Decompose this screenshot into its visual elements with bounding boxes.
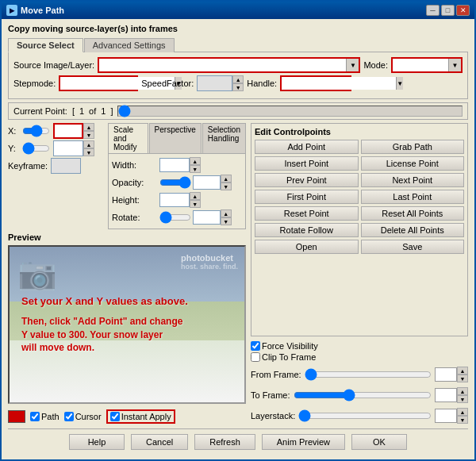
y-up[interactable]: ▲: [83, 140, 94, 148]
cursor-checkbox[interactable]: [64, 412, 74, 421]
first-point-button[interactable]: First Point: [255, 190, 359, 204]
layerstack-spinner[interactable]: 0 ▲ ▼: [435, 408, 468, 424]
to-frame-input[interactable]: 40: [435, 388, 457, 402]
opacity-spinner[interactable]: 100.0 ▲ ▼: [193, 175, 232, 190]
source-tabs-area: Source Select Advanced Settings Source I…: [8, 38, 468, 99]
tab-advanced-settings[interactable]: Advanced Settings: [84, 38, 175, 52]
keyframe-input[interactable]: 0: [51, 158, 81, 174]
add-point-button[interactable]: Add Point: [255, 140, 359, 154]
y-input[interactable]: 0: [53, 140, 83, 156]
opacity-up[interactable]: ▲: [221, 175, 232, 182]
rotate-down[interactable]: ▼: [221, 217, 232, 225]
source-image-combo[interactable]: snow.xcf-13/Background-1526 ▼: [98, 57, 360, 73]
from-frame-input[interactable]: 1: [435, 367, 457, 382]
opacity-slider[interactable]: [159, 178, 191, 187]
open-button[interactable]: Open: [255, 240, 359, 254]
x-input[interactable]: 200: [53, 123, 83, 139]
x-row: X: 200 ▲ ▼: [8, 123, 103, 139]
source-image-arrow[interactable]: ▼: [346, 59, 359, 71]
help-button[interactable]: Help: [69, 434, 125, 450]
speedfactor-input[interactable]: 1.000: [197, 75, 232, 91]
opacity-input[interactable]: 100.0: [193, 175, 221, 190]
width-spinner[interactable]: 100.0 ▲ ▼: [159, 157, 201, 173]
anim-preview-button[interactable]: Anim Preview: [262, 434, 345, 450]
force-visibility-checkbox[interactable]: [251, 341, 260, 351]
rotate-spinner[interactable]: 0.0 ▲ ▼: [193, 209, 232, 225]
path-checkbox-label[interactable]: Path: [30, 412, 60, 421]
ok-button[interactable]: OK: [351, 434, 407, 450]
rotate-input[interactable]: 0.0: [193, 210, 221, 225]
to-frame-spinner[interactable]: 40 ▲ ▼: [435, 387, 468, 403]
from-frame-spinner[interactable]: 1 ▲ ▼: [435, 367, 468, 382]
instant-apply-label: Instant Apply: [121, 412, 171, 421]
reset-all-points-button[interactable]: Reset All Points: [361, 206, 465, 221]
close-button[interactable]: ✕: [456, 5, 470, 16]
refresh-button[interactable]: Refresh: [194, 434, 255, 450]
tab-source-select[interactable]: Source Select: [8, 38, 83, 52]
x-spinner[interactable]: 200 ▲ ▼: [53, 123, 94, 139]
y-spinner[interactable]: 0 ▲ ▼: [53, 140, 94, 156]
height-up[interactable]: ▲: [190, 192, 201, 200]
height-down[interactable]: ▼: [190, 200, 201, 208]
minimize-button[interactable]: ─: [426, 5, 440, 16]
width-input[interactable]: 100.0: [159, 158, 190, 172]
x-down[interactable]: ▼: [83, 131, 94, 139]
tab-scale-modify[interactable]: Scale and Modify: [108, 123, 148, 153]
instant-apply-checkbox[interactable]: [110, 412, 120, 421]
layerstack-up[interactable]: ▲: [457, 408, 468, 416]
speedfactor-up[interactable]: ▲: [232, 75, 244, 83]
mode-input[interactable]: Normal: [393, 59, 448, 71]
rotate-follow-button[interactable]: Rotate Follow: [255, 223, 359, 237]
cancel-button[interactable]: Cancel: [131, 434, 188, 450]
opacity-down[interactable]: ▼: [221, 182, 232, 190]
layerstack-slider[interactable]: [298, 410, 432, 421]
stepmode-combo[interactable]: None ▼: [59, 75, 138, 91]
handle-input[interactable]: Center: [282, 77, 396, 90]
cursor-checkbox-label[interactable]: Cursor: [64, 412, 102, 421]
to-frame-slider[interactable]: [294, 390, 432, 401]
speedfactor-down[interactable]: ▼: [232, 83, 244, 91]
from-frame-slider[interactable]: [305, 369, 432, 380]
source-image-input[interactable]: snow.xcf-13/Background-1526: [99, 59, 346, 71]
handle-arrow[interactable]: ▼: [396, 77, 403, 90]
save-button[interactable]: Save: [361, 240, 465, 254]
height-input[interactable]: 100.0: [159, 193, 190, 207]
handle-combo[interactable]: Center ▼: [280, 75, 351, 91]
next-point-button[interactable]: Next Point: [361, 173, 465, 187]
mode-arrow[interactable]: ▼: [448, 59, 461, 71]
x-up[interactable]: ▲: [83, 123, 94, 131]
color-box[interactable]: [8, 410, 25, 423]
delete-all-points-button[interactable]: Delete All Points: [361, 223, 465, 237]
from-frame-up[interactable]: ▲: [457, 367, 468, 375]
grab-path-button[interactable]: Grab Path: [361, 140, 465, 154]
clip-to-frame-checkbox[interactable]: [251, 352, 260, 362]
insert-point-button[interactable]: Insert Point: [255, 156, 359, 171]
reset-point-button[interactable]: Reset Point: [255, 206, 359, 221]
last-point-button[interactable]: Last Point: [361, 190, 465, 204]
tab-selection-handling[interactable]: Selection Handling: [202, 123, 246, 153]
force-visibility-label[interactable]: Force Visibility: [251, 341, 468, 351]
license-point-button[interactable]: License Point: [361, 156, 465, 171]
to-frame-down[interactable]: ▼: [457, 395, 468, 403]
rotate-slider[interactable]: [159, 213, 191, 222]
height-spinner[interactable]: 100.0 ▲ ▼: [159, 192, 201, 208]
to-frame-up[interactable]: ▲: [457, 387, 468, 395]
width-up[interactable]: ▲: [190, 157, 201, 165]
rotate-up[interactable]: ▲: [221, 209, 232, 217]
tab-perspective[interactable]: Perspective: [149, 123, 202, 153]
clip-to-frame-label[interactable]: Clip To Frame: [251, 352, 468, 362]
y-slider[interactable]: [22, 143, 50, 154]
path-checkbox[interactable]: [30, 412, 40, 421]
instant-apply-checkbox-label[interactable]: Instant Apply: [106, 409, 175, 424]
current-point-slider[interactable]: [117, 106, 463, 117]
width-down[interactable]: ▼: [190, 165, 201, 173]
layerstack-input[interactable]: 0: [435, 409, 457, 423]
maximize-button[interactable]: □: [441, 5, 455, 16]
mode-combo[interactable]: Normal ▼: [391, 57, 463, 73]
speedfactor-spinner[interactable]: 1.000 ▲ ▼: [197, 75, 244, 91]
layerstack-down[interactable]: ▼: [457, 416, 468, 424]
from-frame-down[interactable]: ▼: [457, 375, 468, 382]
x-slider[interactable]: [22, 125, 50, 136]
y-down[interactable]: ▼: [83, 148, 94, 156]
prev-point-button[interactable]: Prev Point: [255, 173, 359, 187]
